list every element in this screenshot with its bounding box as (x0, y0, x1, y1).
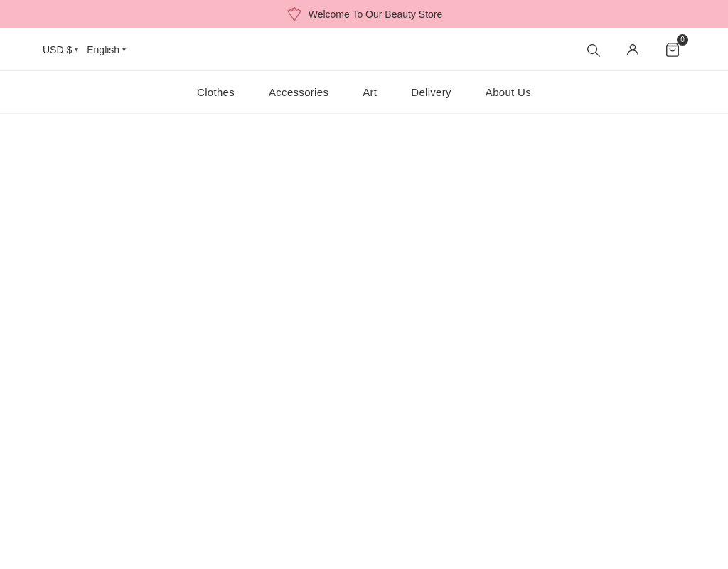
nav-item-art[interactable]: Art (363, 86, 377, 99)
svg-line-1 (596, 53, 599, 56)
nav-link-accessories[interactable]: Accessories (269, 86, 328, 98)
nav-item-about-us[interactable]: About Us (486, 86, 531, 99)
nav-link-delivery[interactable]: Delivery (411, 86, 451, 98)
svg-point-2 (630, 44, 635, 49)
search-icon (585, 42, 601, 58)
currency-selector[interactable]: USD $ ▾ (43, 44, 78, 55)
account-icon (625, 42, 641, 58)
header-right: 0 (580, 37, 685, 63)
nav-link-about-us[interactable]: About Us (486, 86, 531, 98)
site-header: USD $ ▾ English ▾ 0 (0, 28, 728, 71)
header-left: USD $ ▾ English ▾ (43, 44, 126, 55)
language-value: English (87, 44, 119, 55)
main-nav: Clothes Accessories Art Delivery About U… (0, 71, 728, 114)
nav-item-delivery[interactable]: Delivery (411, 86, 451, 99)
nav-item-clothes[interactable]: Clothes (197, 86, 235, 99)
announcement-text: Welcome To Our Beauty Store (309, 9, 443, 20)
announcement-bar: Welcome To Our Beauty Store (0, 0, 728, 28)
svg-point-0 (588, 44, 597, 53)
nav-link-art[interactable]: Art (363, 86, 377, 98)
diamond-tag-icon (286, 6, 303, 23)
language-selector[interactable]: English ▾ (87, 44, 126, 55)
cart-button[interactable]: 0 (660, 37, 685, 63)
search-button[interactable] (580, 37, 606, 63)
currency-value: USD $ (43, 44, 72, 55)
nav-link-clothes[interactable]: Clothes (197, 86, 235, 98)
nav-list: Clothes Accessories Art Delivery About U… (197, 86, 531, 99)
nav-item-accessories[interactable]: Accessories (269, 86, 328, 99)
cart-badge: 0 (677, 34, 688, 46)
main-content (0, 114, 728, 569)
currency-chevron-icon: ▾ (75, 46, 78, 53)
language-chevron-icon: ▾ (122, 46, 126, 53)
account-button[interactable] (620, 37, 646, 63)
